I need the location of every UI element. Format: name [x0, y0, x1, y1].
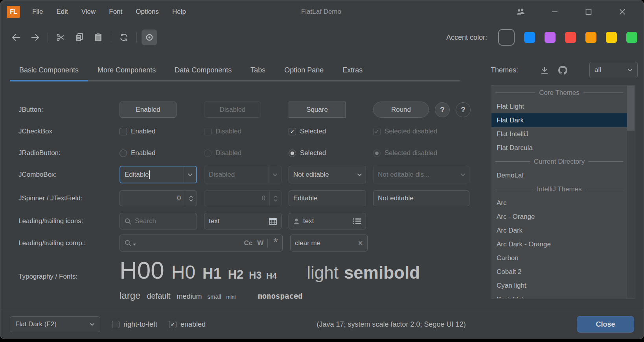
accent-color-area: Accent color: [446, 29, 637, 46]
theme-item-flat-dark[interactable]: Flat Dark [491, 113, 627, 127]
search-icon [124, 218, 132, 225]
combobox-value: Disabled [209, 171, 235, 179]
help-button-outline[interactable]: ? [456, 102, 471, 117]
checkbox-selected-disabled: ✓ [373, 128, 381, 135]
typography-row: Typography / Fonts: H00 H0 H1 H2 H3 H4 l… [18, 256, 420, 284]
themes-header: Themes: all [491, 60, 638, 80]
cut-icon[interactable] [53, 30, 68, 45]
accent-swatch-purple[interactable] [545, 32, 556, 43]
theme-item-cobalt-2[interactable]: Cobalt 2 [491, 265, 627, 279]
jcombobox-row: JComboBox: Editable Disabled No [18, 166, 469, 183]
minimize-button[interactable] [544, 4, 566, 20]
theme-item-arc-orange[interactable]: Arc - Orange [491, 210, 627, 224]
theme-item-demolaf[interactable]: DemoLaf [491, 168, 627, 182]
refresh-icon[interactable] [116, 30, 132, 45]
enabled-button[interactable]: Enabled [120, 102, 177, 118]
paste-icon[interactable] [90, 30, 106, 45]
text-input-user-list[interactable]: text [289, 213, 366, 229]
theme-item-arc-dark[interactable]: Arc Dark [491, 224, 627, 237]
combobox-editable[interactable]: Editable [120, 166, 197, 183]
tab-basic-components[interactable]: Basic Components [10, 60, 88, 80]
themes-separator: IntelliJ Themes [491, 182, 627, 196]
accent-swatch-red[interactable] [565, 32, 576, 43]
enabled-label: enabled [180, 320, 206, 329]
theme-item-flat-intellij[interactable]: Flat IntelliJ [491, 127, 627, 141]
row-label: JComboBox: [18, 171, 120, 179]
combobox-value: Not editable dis... [378, 171, 429, 179]
accent-swatch-green[interactable] [626, 32, 637, 43]
whole-word-button[interactable]: W [257, 239, 263, 247]
table-icon[interactable] [269, 218, 277, 225]
rtl-checkbox[interactable] [112, 321, 120, 328]
spinner[interactable]: 0 [120, 190, 197, 206]
regex-button[interactable]: * [273, 240, 278, 246]
theme-item-flat-light[interactable]: Flat Light [491, 100, 627, 113]
spinner-arrows[interactable] [185, 191, 197, 206]
checkbox-enabled[interactable] [120, 128, 127, 135]
accent-swatch-yellow[interactable] [606, 32, 617, 43]
help-button[interactable]: ? [435, 102, 450, 117]
scrollbar-thumb[interactable] [627, 86, 635, 131]
inspect-eye-icon[interactable] [142, 30, 157, 45]
tab-tabs[interactable]: Tabs [241, 60, 275, 80]
menu-edit[interactable]: Edit [50, 6, 74, 18]
combobox-not-editable[interactable]: Not editable [289, 166, 366, 183]
theme-item-carbon[interactable]: Carbon [491, 251, 627, 265]
search-input[interactable]: Search [120, 213, 197, 229]
list-icon[interactable] [353, 218, 361, 224]
caret-down-icon[interactable] [133, 244, 136, 246]
theme-item-flat-darcula[interactable]: Flat Darcula [491, 141, 627, 155]
menu-view[interactable]: View [75, 6, 103, 18]
radio-enabled[interactable] [120, 150, 127, 157]
close-window-button[interactable] [611, 4, 633, 20]
checkbox-selected[interactable]: ✓ [289, 128, 296, 135]
match-case-button[interactable]: Cc [244, 239, 253, 247]
menu-help[interactable]: Help [166, 6, 193, 18]
download-icon[interactable] [540, 66, 549, 74]
theme-item-arc-dark-orange[interactable]: Arc Dark - Orange [491, 237, 627, 251]
tab-extras[interactable]: Extras [333, 60, 372, 80]
themes-scrollbar[interactable] [627, 86, 635, 298]
checkbox-disabled [204, 128, 212, 135]
maximize-button[interactable] [578, 4, 600, 20]
row-label: JRadioButton: [18, 149, 120, 157]
large-size-sample: large [120, 290, 140, 301]
enabled-checkbox[interactable]: ✓ [169, 321, 177, 328]
spinner-value[interactable]: 0 [124, 194, 185, 202]
theme-item-cyan-light[interactable]: Cyan light [491, 279, 627, 292]
combobox-disabled: Disabled [204, 166, 282, 183]
accent-swatch-blue[interactable] [524, 32, 535, 43]
lookandfeel-combobox[interactable]: Flat Dark (F2) [10, 316, 100, 332]
tab-option-pane[interactable]: Option Pane [275, 60, 333, 80]
radio-selected[interactable] [289, 150, 296, 157]
search-with-options-input[interactable]: Cc W * [120, 235, 283, 251]
clearable-input[interactable]: clear me × [290, 235, 368, 251]
clear-icon[interactable]: × [358, 239, 363, 248]
textfield-value: clear me [295, 239, 320, 247]
themes-filter-combobox[interactable]: all [589, 62, 638, 78]
textfield-editable[interactable]: Editable [289, 190, 366, 206]
chevron-down-icon[interactable] [353, 166, 366, 183]
tab-data-components[interactable]: Data Components [165, 60, 241, 80]
tab-more-components[interactable]: More Components [88, 60, 165, 80]
users-icon[interactable] [510, 4, 532, 20]
menu-font[interactable]: Font [102, 6, 129, 18]
round-button[interactable]: Round [373, 102, 429, 118]
chevron-down-icon [90, 323, 95, 326]
accent-swatch-selected[interactable] [498, 29, 515, 46]
close-button[interactable]: Close [577, 316, 634, 333]
chevron-down-icon[interactable] [184, 166, 196, 183]
back-icon[interactable] [8, 30, 24, 45]
github-icon[interactable] [558, 66, 567, 75]
forward-icon[interactable] [27, 30, 43, 45]
theme-item-dark-flat[interactable]: Dark Flat [491, 292, 627, 298]
menu-file[interactable]: File [26, 6, 50, 18]
accent-swatch-orange[interactable] [585, 32, 596, 43]
jbutton-row: JButton: Enabled Disabled Square Round ?… [18, 102, 471, 118]
theme-item-arc[interactable]: Arc [491, 196, 627, 210]
menu-options[interactable]: Options [129, 6, 166, 18]
text-input-table-icon[interactable]: text [204, 213, 282, 229]
square-button[interactable]: Square [289, 102, 346, 118]
spinner-disabled: 0 [204, 190, 282, 206]
copy-icon[interactable] [72, 30, 87, 45]
